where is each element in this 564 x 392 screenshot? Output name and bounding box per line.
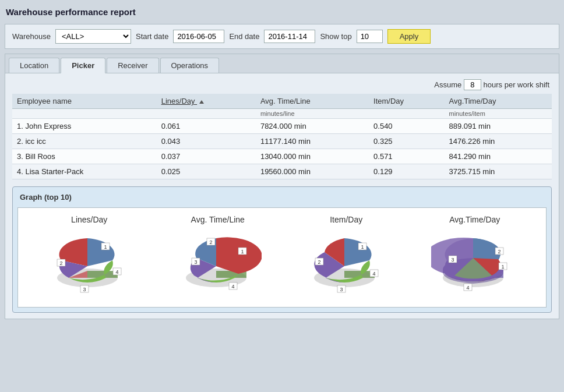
- cell-employee: 3. Bill Roos: [12, 149, 157, 164]
- sub-item-day: [369, 109, 444, 119]
- cell-avg-time-day: 841.290 min: [445, 149, 552, 164]
- cell-item-day: 0.571: [369, 149, 444, 164]
- graph-title: Graph (top 10): [17, 192, 547, 203]
- svg-text:2: 2: [60, 260, 63, 266]
- assume-suffix: hours per work shift: [484, 80, 549, 89]
- content-panel: Location Picker Receiver Operations Assu…: [5, 54, 559, 319]
- col-lines-day[interactable]: Lines/Day: [157, 94, 256, 109]
- pie-item-day-chart: 1 2 3 4: [302, 230, 390, 300]
- end-date-input[interactable]: [264, 30, 315, 43]
- page-title: Warehouse performance report: [5, 5, 559, 19]
- cell-item-day: 0.325: [369, 134, 444, 149]
- cell-avg-time-day: 3725.715 min: [445, 164, 552, 179]
- pie-avg-time-day-title: Avg.Time/Day: [449, 215, 500, 224]
- assume-prefix: Assume: [434, 80, 461, 89]
- cell-employee: 1. John Express: [12, 119, 157, 134]
- tab-location[interactable]: Location: [9, 58, 59, 73]
- cell-avg-time-line: 11177.140 min: [256, 134, 369, 149]
- sub-avg-time-day: minutes/item: [445, 109, 552, 119]
- sub-avg-time-line: minutes/line: [256, 109, 369, 119]
- pie-lines-day-chart: 1 2 3 4: [45, 230, 133, 300]
- svg-text:1: 1: [104, 244, 107, 250]
- tab-picker[interactable]: Picker: [61, 58, 105, 73]
- col-employee: Employee name: [12, 94, 157, 109]
- pie-avg-time-line-title: Avg. Time/Line: [191, 215, 245, 224]
- sort-icon: [199, 100, 204, 104]
- svg-text:3: 3: [451, 257, 454, 263]
- pie-item-day: Item/Day: [288, 215, 404, 300]
- cell-item-day: 0.540: [369, 119, 444, 134]
- table-row: 4. Lisa Starter-Pack 0.025 19560.000 min…: [12, 164, 552, 179]
- col-avg-time-line: Avg. Time/Line: [256, 94, 369, 109]
- svg-text:1: 1: [361, 244, 364, 250]
- pie-avg-time-day-chart: 3 2 1 4: [431, 230, 519, 300]
- table-row: 2. icc icc 0.043 11177.140 min 0.325 147…: [12, 134, 552, 149]
- show-top-input[interactable]: [357, 30, 383, 43]
- apply-button[interactable]: Apply: [387, 29, 431, 44]
- col-avg-time-day: Avg.Time/Day: [445, 94, 552, 109]
- data-table: Employee name Lines/Day Avg. Time/Line I…: [12, 94, 552, 179]
- assume-row: Assume hours per work shift: [12, 79, 552, 90]
- sub-lines-day: [157, 109, 256, 119]
- svg-text:4: 4: [466, 285, 469, 291]
- svg-text:2: 2: [209, 239, 212, 245]
- warehouse-label: Warehouse: [12, 32, 51, 41]
- cell-employee: 2. icc icc: [12, 134, 157, 149]
- tabs: Location Picker Receiver Operations: [5, 54, 559, 73]
- cell-avg-time-line: 7824.000 min: [256, 119, 369, 134]
- svg-text:3: 3: [340, 287, 343, 292]
- start-date-input[interactable]: [173, 30, 224, 43]
- toolbar: Warehouse <ALL> Start date End date Show…: [5, 24, 559, 49]
- pie-avg-time-line: Avg. Time/Line: [160, 215, 276, 300]
- table-row: 1. John Express 0.061 7824.000 min 0.540…: [12, 119, 552, 134]
- show-top-label: Show top: [320, 32, 351, 41]
- pie-lines-day: Lines/Day: [31, 215, 147, 300]
- cell-employee: 4. Lisa Starter-Pack: [12, 164, 157, 179]
- graph-section: Graph (top 10) Lines/Day: [12, 186, 552, 313]
- table-row: 3. Bill Roos 0.037 13040.000 min 0.571 8…: [12, 149, 552, 164]
- tab-content: Assume hours per work shift Employee nam…: [5, 73, 559, 319]
- svg-text:3: 3: [83, 287, 86, 292]
- main-container: Warehouse performance report Warehouse <…: [0, 0, 564, 392]
- svg-text:4: 4: [116, 269, 119, 275]
- svg-text:1: 1: [241, 249, 244, 255]
- cell-avg-time-line: 13040.000 min: [256, 149, 369, 164]
- cell-avg-time-day: 889.091 min: [445, 119, 552, 134]
- svg-text:3: 3: [194, 259, 197, 265]
- cell-avg-time-day: 1476.226 min: [445, 134, 552, 149]
- svg-text:4: 4: [231, 284, 234, 289]
- col-item-day: Item/Day: [369, 94, 444, 109]
- tab-receiver[interactable]: Receiver: [107, 58, 158, 73]
- pie-lines-day-title: Lines/Day: [71, 215, 107, 224]
- cell-item-day: 0.129: [369, 164, 444, 179]
- cell-lines-day: 0.025: [157, 164, 256, 179]
- svg-text:1: 1: [501, 264, 504, 270]
- svg-text:4: 4: [373, 271, 376, 277]
- assume-hours-input[interactable]: [464, 79, 481, 90]
- svg-text:2: 2: [318, 259, 321, 265]
- warehouse-select[interactable]: <ALL>: [55, 29, 131, 44]
- end-date-label: End date: [229, 32, 259, 41]
- cell-lines-day: 0.037: [157, 149, 256, 164]
- pie-avg-time-day: Avg.Time/Day: [417, 215, 533, 300]
- start-date-label: Start date: [136, 32, 168, 41]
- graph-inner: Lines/Day: [17, 207, 547, 308]
- tab-operations[interactable]: Operations: [160, 58, 220, 73]
- cell-lines-day: 0.061: [157, 119, 256, 134]
- pie-item-day-title: Item/Day: [330, 215, 362, 224]
- cell-lines-day: 0.043: [157, 134, 256, 149]
- pie-avg-time-line-chart: 2 3 1 4: [174, 230, 262, 300]
- sub-employee: [12, 109, 157, 119]
- cell-avg-time-line: 19560.000 min: [256, 164, 369, 179]
- svg-text:2: 2: [498, 249, 500, 255]
